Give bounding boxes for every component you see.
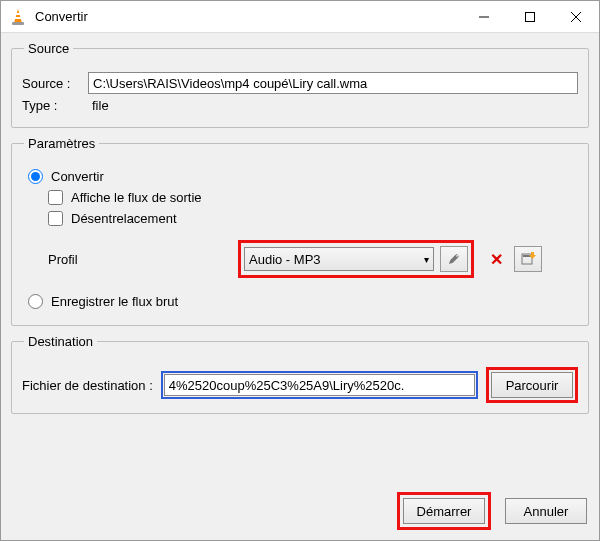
start-button-label: Démarrer <box>417 504 472 519</box>
type-value: file <box>88 98 109 113</box>
dialog-footer: Démarrer Annuler <box>1 486 599 540</box>
save-raw-radio[interactable] <box>28 294 43 309</box>
svg-rect-2 <box>15 17 22 19</box>
browse-button[interactable]: Parcourir <box>491 372 573 398</box>
svg-rect-1 <box>16 13 21 15</box>
deinterlace-checkbox[interactable] <box>48 211 63 226</box>
browse-button-label: Parcourir <box>506 378 559 393</box>
source-group: Source Source : Type : file <box>11 41 589 128</box>
deinterlace-label: Désentrelacement <box>71 211 177 226</box>
new-profile-icon <box>520 251 536 267</box>
close-button[interactable] <box>553 1 599 33</box>
source-input[interactable] <box>88 72 578 94</box>
save-raw-label: Enregistrer le flux brut <box>51 294 178 309</box>
new-profile-button[interactable] <box>514 246 542 272</box>
source-legend: Source <box>24 41 73 56</box>
svg-marker-10 <box>529 252 536 259</box>
convert-radio-label: Convertir <box>51 169 104 184</box>
maximize-button[interactable] <box>507 1 553 33</box>
show-output-checkbox[interactable] <box>48 190 63 205</box>
convert-radio[interactable] <box>28 169 43 184</box>
parameters-legend: Paramètres <box>24 136 99 151</box>
destination-legend: Destination <box>24 334 97 349</box>
titlebar: Convertir <box>1 1 599 33</box>
browse-highlight: Parcourir <box>486 367 578 403</box>
minimize-button[interactable] <box>461 1 507 33</box>
profile-highlight: Audio - MP3 ▾ <box>238 240 474 278</box>
convert-dialog: Convertir Source Source : Type : file Pa… <box>0 0 600 541</box>
profile-label: Profil <box>48 252 238 267</box>
destination-group: Destination Fichier de destination : Par… <box>11 334 589 414</box>
chevron-down-icon: ▾ <box>424 254 429 265</box>
svg-rect-3 <box>12 22 24 25</box>
type-label: Type : <box>22 98 80 113</box>
destination-input-highlight <box>161 371 478 399</box>
cancel-button[interactable]: Annuler <box>505 498 587 524</box>
destination-file-label: Fichier de destination : <box>22 378 153 393</box>
vlc-icon <box>9 8 27 26</box>
wrench-icon <box>446 251 462 267</box>
show-output-label: Affiche le flux de sortie <box>71 190 202 205</box>
profile-selected-value: Audio - MP3 <box>249 252 321 267</box>
delete-profile-button[interactable]: ✕ <box>482 246 510 272</box>
profile-select[interactable]: Audio - MP3 ▾ <box>244 247 434 271</box>
edit-profile-button[interactable] <box>440 246 468 272</box>
delete-icon: ✕ <box>490 250 503 269</box>
dialog-content: Source Source : Type : file Paramètres C… <box>1 33 599 486</box>
start-button[interactable]: Démarrer <box>403 498 485 524</box>
window-title: Convertir <box>35 9 88 24</box>
cancel-button-label: Annuler <box>524 504 569 519</box>
parameters-group: Paramètres Convertir Affiche le flux de … <box>11 136 589 326</box>
start-highlight: Démarrer <box>397 492 491 530</box>
source-label: Source : <box>22 76 80 91</box>
svg-marker-0 <box>14 9 22 23</box>
destination-input[interactable] <box>164 374 475 396</box>
svg-rect-5 <box>526 12 535 21</box>
